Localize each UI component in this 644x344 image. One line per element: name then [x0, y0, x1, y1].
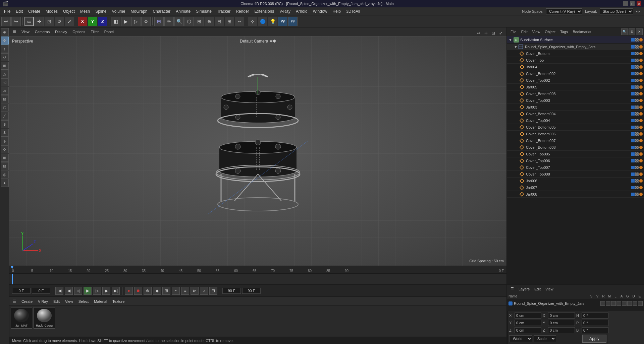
layer-ctrl-4[interactable] [616, 301, 621, 306]
node-space-select[interactable]: Current (V-Ray) [546, 8, 582, 14]
tool-move[interactable]: ✛ [1, 37, 9, 45]
redo-btn[interactable]: ↪ [11, 17, 21, 26]
view-mode-btn6[interactable]: ⊕ [205, 17, 214, 26]
obj-row-cover-bottom004[interactable]: Cover_Bottom004 [507, 111, 644, 117]
layer-ctrl-5[interactable] [622, 301, 627, 306]
view-mode-btn2[interactable]: ✏ [164, 17, 174, 26]
record-mode-btn[interactable]: ● [125, 287, 133, 295]
coord-y-input[interactable] [515, 320, 541, 326]
maximize-button[interactable]: □ [630, 1, 635, 6]
tool-rotate[interactable]: ↺ [1, 53, 9, 61]
menu-modes[interactable]: Modes [43, 8, 60, 14]
layer-ctrl-2[interactable] [606, 301, 610, 306]
coord-y2-input[interactable] [548, 320, 575, 326]
layer-ctrl-6[interactable] [627, 301, 632, 306]
prev-key-btn[interactable]: ◁ [74, 287, 82, 295]
menu-mesh[interactable]: Mesh [77, 8, 93, 14]
obj-row-cover-top003[interactable]: Cover_Top003 [507, 97, 644, 104]
tool-6[interactable]: △ [1, 70, 9, 78]
object-mode-btn[interactable]: ◧ [111, 17, 120, 26]
obj-row-cover-top002[interactable]: Cover_Top002 [507, 77, 644, 84]
menu-extensions[interactable]: Extensions [252, 8, 277, 14]
obj-menu-object[interactable]: Object [543, 29, 557, 35]
select-rect-btn[interactable]: ▭ [24, 17, 34, 26]
tool-19[interactable]: ▲ [1, 179, 9, 187]
loop-btn[interactable]: ⊟ [209, 287, 217, 295]
obj-menu-bookmarks[interactable]: Bookmarks [571, 29, 593, 35]
obj-row-jar007[interactable]: Jar007 [507, 184, 644, 191]
coord-x-input[interactable] [515, 313, 541, 319]
coord-mode-select[interactable]: Scale Move Rotate [534, 335, 556, 342]
x-axis-btn[interactable]: X [78, 17, 87, 26]
motion-clip-btn[interactable]: ⊕ [144, 287, 152, 295]
timeline-ruler[interactable]: 0 5 10 15 20 25 30 35 40 45 50 55 60 65 … [9, 266, 506, 273]
layer-ctrl-3[interactable] [611, 301, 616, 306]
layer-menu-edit[interactable]: Edit [532, 286, 543, 292]
z-axis-btn[interactable]: Z [98, 17, 107, 26]
vp-menu-display[interactable]: Display [53, 29, 69, 35]
obj-menu-file[interactable]: File [508, 29, 519, 35]
timeline-frames[interactable] [9, 273, 506, 284]
auto-key-btn[interactable]: ⏺ [134, 287, 142, 295]
tool-15[interactable]: ⊹ [1, 145, 9, 153]
scene-btn[interactable]: 🔵 [258, 17, 267, 26]
bottom-menu-view[interactable]: View [63, 299, 75, 304]
view-mode-btn4[interactable]: ⬡ [184, 17, 194, 26]
render-settings-btn[interactable]: ⚙ [141, 17, 151, 26]
layer-ctrl-1[interactable] [600, 301, 605, 306]
obj-row-cover-bottom007[interactable]: Cover_Bottom007 [507, 137, 644, 144]
layout-select[interactable]: Startup (User) [600, 8, 633, 14]
menu-vray[interactable]: V-Ray [277, 8, 293, 14]
object-list[interactable]: Cover_Bottom Cover_Top [507, 50, 644, 284]
obj-row-cover-top007[interactable]: Cover_Top007 [507, 164, 644, 171]
coord-z2-input[interactable] [548, 327, 575, 333]
motion-btn[interactable]: ⊳ [191, 287, 199, 295]
viewport-move-icon[interactable]: ✛ [483, 30, 489, 36]
material-jar-mat[interactable]: Jar_MAT [11, 307, 32, 329]
tool-5[interactable]: ⊞ [1, 62, 9, 70]
viewport-frame-icon[interactable]: ⊡ [490, 30, 496, 36]
obj-row-cover-top005[interactable]: Cover_Top005 [507, 151, 644, 157]
view-mode-btn3[interactable]: 🔍 [174, 17, 184, 26]
menu-arnold[interactable]: Arnold [293, 8, 310, 14]
snap-btn[interactable]: ⊹ [248, 17, 257, 26]
obj-row-cover-bottom005[interactable]: Cover_Bottom005 [507, 124, 644, 131]
obj-row-jar004[interactable]: Jar004 [507, 64, 644, 70]
expand-icon[interactable]: ⇔ [636, 9, 640, 14]
menu-volume[interactable]: Volume [109, 8, 128, 14]
minimize-button[interactable]: ─ [623, 1, 628, 6]
tool-select[interactable]: ⊕ [1, 28, 9, 36]
obj-collapse-btn[interactable]: ✕ [636, 28, 643, 35]
obj-row-jar005[interactable]: Jar005 [507, 84, 644, 90]
scale-btn[interactable]: ⊡ [45, 17, 54, 26]
vp-menu-view[interactable]: View [19, 29, 32, 35]
obj-row-jar006[interactable]: Jar006 [507, 178, 644, 184]
view-mode-btn8[interactable]: ⊞ [225, 17, 234, 26]
render-region-btn[interactable]: ▷ [131, 17, 141, 26]
layer-ctrl-8[interactable] [638, 301, 643, 306]
undo-btn[interactable]: ↩ [1, 17, 11, 26]
menu-window[interactable]: Window [310, 8, 330, 14]
view-mode-btn5[interactable]: ⊞ [195, 17, 204, 26]
obj-row-cover-bottom002[interactable]: Cover_Bottom002 [507, 70, 644, 77]
obj-row-cover-bottom003[interactable]: Cover_Bottom003 [507, 90, 644, 97]
menu-character[interactable]: Character [150, 8, 173, 14]
viewport-maximize-icon[interactable]: ⤢ [498, 30, 504, 36]
bottom-menu-material[interactable]: Material [92, 299, 109, 304]
tool-18[interactable]: ◎ [1, 170, 9, 179]
menu-simulate[interactable]: Simulate [193, 8, 214, 14]
tool-8[interactable]: ▱ [1, 87, 9, 95]
coord-z-input[interactable] [515, 327, 541, 333]
tool-12[interactable]: $ [1, 120, 9, 128]
obj-menu-tags[interactable]: Tags [558, 29, 570, 35]
current-frame-input[interactable] [32, 288, 50, 294]
key-btn[interactable]: ◆ [153, 287, 161, 295]
obj-filter-btn[interactable]: ⚙ [629, 28, 635, 35]
sound-btn[interactable]: ♪ [200, 287, 208, 295]
light-btn[interactable]: 💡 [268, 17, 277, 26]
tool-16[interactable]: ⊞ [1, 154, 9, 162]
prev-frame-btn[interactable]: ◀ [65, 287, 73, 295]
python2-btn[interactable]: Py [288, 17, 298, 26]
obj-row-cover-top006[interactable]: Cover_Top006 [507, 157, 644, 164]
next-frame-btn[interactable]: ▶ [102, 287, 110, 295]
